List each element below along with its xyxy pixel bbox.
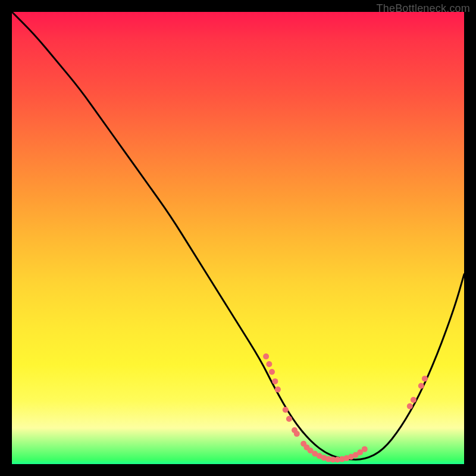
data-marker	[286, 416, 292, 422]
data-marker	[411, 397, 416, 403]
watermark-text: TheBottleneck.com	[377, 2, 470, 15]
data-marker	[269, 369, 275, 375]
data-marker	[407, 403, 413, 409]
chart-svg	[12, 12, 464, 464]
data-marker	[294, 431, 300, 437]
data-marker	[283, 407, 289, 413]
data-marker	[362, 446, 368, 452]
data-marker	[422, 375, 428, 381]
data-marker	[418, 383, 424, 389]
data-marker	[272, 378, 278, 384]
data-marker	[263, 353, 269, 359]
plot-area	[12, 12, 464, 464]
data-marker	[275, 387, 281, 393]
data-marker	[266, 361, 272, 367]
markers-group	[263, 353, 428, 462]
curve-line	[12, 12, 464, 459]
